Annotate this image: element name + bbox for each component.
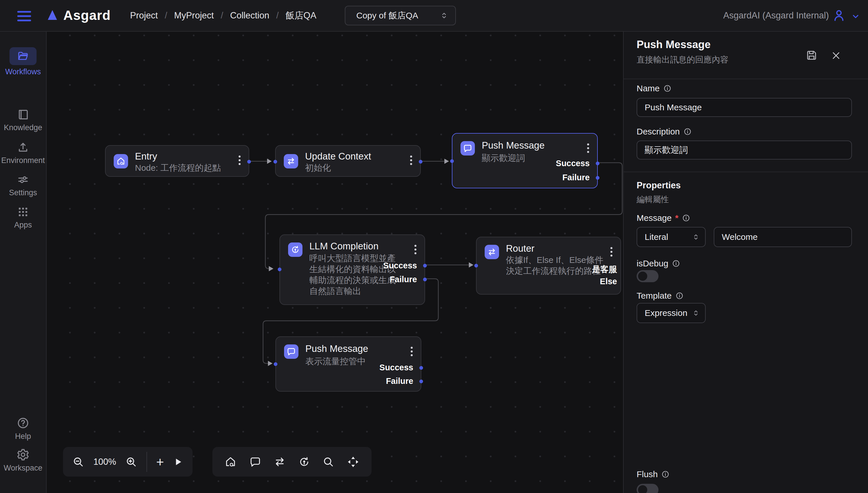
node-menu-button[interactable] bbox=[587, 142, 589, 155]
sidebar-item-apps[interactable]: Apps bbox=[0, 206, 46, 230]
node-entry[interactable]: Entry Node: 工作流程的起點 bbox=[105, 145, 249, 177]
toolbar-divider bbox=[147, 452, 147, 472]
node-push-message-2[interactable]: Push Message 表示流量控管中 Success Failure bbox=[275, 336, 421, 392]
breadcrumb-item[interactable]: Collection bbox=[230, 10, 269, 21]
workflow-selector[interactable]: Copy of 飯店QA bbox=[345, 6, 456, 25]
breadcrumb-separator: / bbox=[276, 10, 279, 21]
zoom-in-button[interactable] bbox=[125, 456, 137, 468]
chevron-updown-icon bbox=[440, 11, 448, 20]
node-menu-button[interactable] bbox=[610, 245, 613, 258]
info-icon bbox=[663, 84, 672, 93]
sliders-icon bbox=[17, 173, 29, 186]
top-bar: Asgard Project / MyProject / Collection … bbox=[0, 0, 868, 32]
isdebug-label: isDebug bbox=[637, 259, 680, 269]
breadcrumb-item[interactable]: MyProject bbox=[174, 10, 214, 21]
close-icon[interactable] bbox=[831, 51, 841, 61]
add-llm-completion-node-button[interactable] bbox=[298, 455, 311, 468]
left-nav-rail: Workflows Knowledge Environment Settings bbox=[0, 31, 47, 493]
add-entry-node-button[interactable] bbox=[224, 455, 237, 468]
output-port[interactable] bbox=[247, 160, 251, 164]
output-port[interactable] bbox=[419, 160, 422, 164]
info-icon bbox=[672, 259, 680, 268]
breadcrumb-separator: / bbox=[221, 10, 223, 21]
chevron-down-icon[interactable] bbox=[851, 12, 861, 21]
node-subtitle: Node: 工作流程的起點 bbox=[135, 163, 244, 173]
node-menu-button[interactable] bbox=[411, 345, 413, 358]
chat-bubble-icon bbox=[461, 141, 475, 155]
isdebug-toggle[interactable] bbox=[637, 270, 659, 282]
input-port[interactable] bbox=[273, 160, 277, 164]
breadcrumb-item[interactable]: 飯店QA bbox=[286, 9, 316, 22]
home-plus-icon bbox=[114, 154, 128, 169]
sidebar-item-settings[interactable]: Settings bbox=[0, 173, 46, 197]
output-port-label: Else bbox=[600, 277, 617, 286]
sidebar-item-environment[interactable]: Environment bbox=[0, 141, 46, 165]
sidebar-item-knowledge[interactable]: Knowledge bbox=[0, 108, 46, 132]
user-icon[interactable] bbox=[832, 8, 846, 22]
template-select[interactable]: Expression bbox=[637, 303, 706, 323]
info-icon bbox=[682, 214, 690, 222]
sidebar-item-help[interactable]: Help bbox=[0, 416, 46, 441]
output-port-label: Failure bbox=[390, 275, 417, 284]
save-button[interactable] bbox=[805, 49, 818, 62]
node-push-message-1[interactable]: Push Message 顯示歡迎詞 Success Failure bbox=[452, 133, 598, 188]
zoom-out-button[interactable] bbox=[72, 456, 84, 468]
sidebar-item-workspace[interactable]: Workspace bbox=[0, 448, 46, 473]
asgard-logo[interactable] bbox=[45, 8, 59, 22]
required-marker: * bbox=[675, 213, 678, 223]
node-title: Entry bbox=[135, 151, 157, 162]
output-port-failure[interactable] bbox=[419, 380, 423, 383]
node-subtitle: 依據If、Else If、Else條件決定工作流程執行的路徑 bbox=[506, 255, 605, 276]
add-push-message-node-button[interactable] bbox=[249, 455, 262, 468]
auto-layout-button[interactable] bbox=[347, 455, 360, 469]
chevron-updown-icon bbox=[692, 309, 700, 317]
message-value-input[interactable] bbox=[714, 227, 852, 247]
node-title: LLM Completion bbox=[309, 241, 378, 252]
node-menu-button[interactable] bbox=[415, 243, 417, 256]
brand-name[interactable]: Asgard bbox=[63, 7, 111, 23]
output-port-failure[interactable] bbox=[423, 278, 427, 281]
menu-icon[interactable] bbox=[17, 11, 31, 21]
run-button[interactable] bbox=[173, 457, 183, 467]
add-button[interactable]: + bbox=[156, 454, 164, 470]
account-name: AsgardAI (Asgard Internal) bbox=[723, 10, 829, 21]
description-label: Description bbox=[637, 127, 692, 136]
node-subtitle: 呼叫大型語言模型並產生結構化的資料輸出以輔助流程的決策或生成自然語言輸出 bbox=[309, 253, 401, 297]
description-input[interactable] bbox=[637, 141, 852, 159]
name-input[interactable] bbox=[637, 98, 852, 117]
node-menu-button[interactable] bbox=[410, 154, 412, 167]
chat-bubble-icon bbox=[284, 344, 298, 359]
node-menu-button[interactable] bbox=[239, 154, 241, 167]
input-port[interactable] bbox=[274, 362, 277, 366]
flush-toggle[interactable] bbox=[637, 484, 659, 493]
output-port-success[interactable] bbox=[419, 366, 423, 370]
template-label: Template bbox=[637, 291, 684, 301]
breadcrumb: Project / MyProject / Collection / 飯店QA bbox=[130, 0, 316, 31]
breadcrumb-item[interactable]: Project bbox=[130, 10, 158, 21]
panel-title: Push Message bbox=[637, 39, 711, 51]
sidebar-item-workflows[interactable]: Workflows bbox=[0, 47, 46, 76]
output-port-label: 是客服 bbox=[592, 264, 617, 275]
info-icon bbox=[661, 470, 670, 478]
node-llm-completion[interactable]: LLM Completion 呼叫大型語言模型並產生結構化的資料輸出以輔助流程的… bbox=[280, 234, 425, 305]
input-port[interactable] bbox=[278, 267, 282, 271]
output-port-success[interactable] bbox=[423, 264, 427, 267]
output-port-success[interactable] bbox=[596, 162, 600, 165]
help-icon bbox=[16, 416, 30, 430]
input-port[interactable] bbox=[474, 264, 478, 267]
message-type-select[interactable]: Literal bbox=[637, 227, 706, 247]
node-router[interactable]: Router 依據If、Else If、Else條件決定工作流程執行的路徑 是客… bbox=[476, 237, 621, 295]
input-port[interactable] bbox=[450, 159, 454, 163]
workflow-editor-app: Entry Node: 工作流程的起點 Update Context 初始化 P… bbox=[0, 0, 868, 493]
node-properties-panel: Push Message 直接輸出訊息的回應內容 Name Descriptio… bbox=[623, 31, 868, 493]
output-port-label: Success bbox=[383, 261, 417, 271]
breadcrumb-separator: / bbox=[164, 10, 167, 21]
node-update-context[interactable]: Update Context 初始化 bbox=[275, 145, 421, 177]
output-port-failure[interactable] bbox=[596, 176, 600, 180]
search-nodes-button[interactable] bbox=[322, 456, 334, 468]
node-title: Update Context bbox=[305, 151, 371, 162]
properties-title: Properties bbox=[637, 180, 681, 191]
add-update-context-node-button[interactable] bbox=[273, 455, 286, 468]
swap-arrows-icon bbox=[485, 245, 499, 259]
folder-icon bbox=[17, 50, 29, 62]
